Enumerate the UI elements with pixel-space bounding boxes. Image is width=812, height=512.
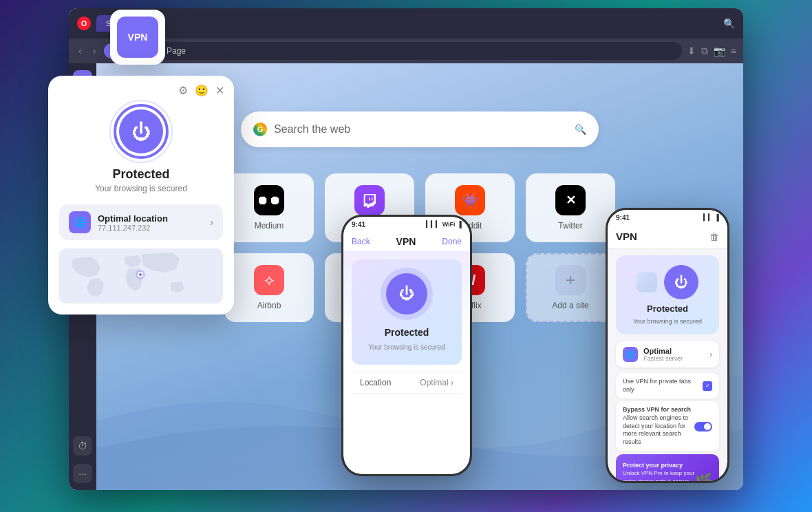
search-placeholder: Search the web: [274, 123, 568, 136]
phone2-server-sub: Fastest server: [643, 355, 683, 362]
search-container: G Search the web 🔍: [241, 111, 599, 147]
phone1-location-label: Location: [360, 378, 391, 387]
twitter-label: Twitter: [558, 221, 582, 231]
more-icon: ···: [78, 468, 87, 479]
twitter-icon: ✕: [555, 185, 586, 215]
phone2-globe-icon: 🌐: [623, 347, 638, 362]
phone2-option2[interactable]: Bypass VPN for search Allow search engin…: [616, 401, 719, 451]
vpn-status-title: Protected: [112, 167, 169, 182]
phone1-status-icons: ▎▎▎ WiFi ▐: [426, 221, 462, 228]
phone2-checkbox[interactable]: ✓: [703, 381, 712, 391]
airbnb-label: Airbnb: [257, 301, 281, 310]
phone2-signal: ▎▎: [703, 214, 713, 221]
phone2-content: ⏻ Protected Your browsing is secured 🌐 O…: [608, 248, 727, 481]
phone2-server-name: Optimal: [643, 347, 683, 355]
vpn-globe-icon: 🌐: [69, 211, 91, 233]
phone2-option2-sub: Allow search engines to detect your loca…: [623, 414, 694, 447]
vpn-map: [59, 248, 223, 303]
phone2-option1-text: Use VPN for private tabs only: [623, 378, 703, 394]
airbnb-icon: ⟡: [254, 265, 284, 295]
medium-label: Medium: [255, 221, 284, 231]
vpn-power-ring: ⏻: [114, 104, 169, 159]
speed-dial-add[interactable]: + Add a site: [526, 253, 615, 322]
phone2-server-chevron: ›: [709, 350, 712, 359]
phone2-power-section: ⏻ Protected Your browsing is secured: [616, 255, 719, 334]
leaf-icon: 🌿: [695, 472, 712, 481]
address-bar[interactable]: 🔒 Start Page: [125, 42, 681, 60]
forward-button[interactable]: ›: [90, 45, 99, 56]
phone-mockup-1: 9:41 ▎▎▎ WiFi ▐ Back VPN Done ⏻ Protecte…: [341, 215, 472, 476]
phone2-server-row[interactable]: 🌐 Optimal Fastest server ›: [616, 341, 719, 367]
toolbar-right: 🔍: [723, 18, 735, 29]
vpn-location-dot: [138, 272, 143, 277]
camera-icon[interactable]: 📷: [714, 45, 725, 56]
phone1-battery: ▐: [458, 221, 462, 228]
vpn-location-selector[interactable]: 🌐 Optimal location 77.111.247.232 ›: [59, 204, 223, 240]
speed-dial-medium[interactable]: ⏺⏺ Medium: [224, 173, 314, 242]
history-icon: ⏱: [78, 440, 87, 451]
phone2-server-info: Optimal Fastest server: [643, 347, 683, 362]
vpn-emoji-icon[interactable]: 🙂: [195, 84, 209, 97]
vpn-status-subtitle: Your browsing is secured: [95, 184, 187, 193]
extensions-icon[interactable]: ⧉: [701, 45, 708, 57]
twitch-icon: [354, 185, 385, 215]
vpn-power-icon[interactable]: ⏻: [119, 109, 163, 153]
phone2-option1[interactable]: Use VPN for private tabs only ✓: [616, 373, 719, 398]
phone2-promo-banner[interactable]: Protect your privacy Unlock VPN Pro to k…: [616, 454, 719, 481]
browser-toolbar: O Start Page + 🔍: [69, 8, 743, 39]
sidebar-item-history[interactable]: ⏱: [73, 436, 92, 456]
vpn-power-section: ⏻ Protected Your browsing is secured: [48, 97, 234, 204]
add-site-icon: +: [555, 265, 586, 295]
phone2-promo-title: Protect your privacy: [623, 461, 695, 470]
opera-logo[interactable]: O: [77, 17, 91, 30]
phone1-subtitle: Your browsing is secured: [368, 343, 445, 351]
phone1-back-button[interactable]: Back: [352, 237, 370, 246]
browser-nav: ‹ › ✦ 🔒 Start Page ⬇ ⧉ 📷 ≡: [69, 39, 743, 63]
phone2-battery: ▐: [715, 214, 719, 221]
phone1-header: Back VPN Done: [343, 232, 470, 251]
vpn-location-info: Optimal location 77.111.247.232: [98, 213, 203, 232]
phone2-option2-title: Bypass VPN for search: [623, 406, 694, 414]
google-icon: G: [253, 122, 267, 136]
vpn-button-label: VPN: [117, 17, 158, 58]
speed-dial-twitter[interactable]: ✕ Twitter: [526, 173, 615, 242]
phone-mockup-2: 9:41 ▎▎ ▐ VPN 🗑 ⏻ P: [606, 208, 729, 483]
vpn-toolbar-button[interactable]: VPN: [110, 10, 165, 65]
download-icon[interactable]: ⬇: [687, 45, 696, 56]
phone1-wifi: WiFi: [442, 221, 456, 228]
vpn-close-button[interactable]: ✕: [215, 84, 224, 97]
add-site-label: Add a site: [552, 301, 588, 310]
phone1-body: ⏻ Protected Your browsing is secured Loc…: [343, 251, 470, 402]
phone2-power-ring[interactable]: ⏻: [664, 265, 698, 299]
phone2-status-icons: ▎▎ ▐: [703, 214, 719, 221]
vpn-location-arrow: ›: [210, 217, 213, 228]
phone2-time: 9:41: [616, 214, 630, 222]
toolbar-left: O: [77, 17, 91, 30]
vpn-location-ip: 77.111.247.232: [98, 224, 203, 232]
phone1-screen: 9:41 ▎▎▎ WiFi ▐ Back VPN Done ⏻ Protecte…: [343, 217, 470, 474]
phone2-status: Protected: [647, 303, 688, 314]
phone1-location[interactable]: Location Optimal ›: [352, 372, 462, 394]
toolbar-actions: ⬇ ⧉ 📷 ≡: [687, 45, 736, 57]
phone2-server-left: 🌐 Optimal Fastest server: [623, 347, 683, 362]
search-bar[interactable]: G Search the web 🔍: [241, 111, 599, 147]
sidebar-item-more[interactable]: ···: [73, 464, 92, 483]
tab-bar: Start Page +: [96, 15, 718, 32]
back-button[interactable]: ‹: [76, 45, 85, 56]
speed-dial-airbnb[interactable]: ⟡ Airbnb: [224, 253, 314, 322]
sidebar-bottom: ⏱ ···: [73, 436, 92, 483]
menu-icon[interactable]: ≡: [731, 45, 736, 56]
search-mic-icon[interactable]: 🔍: [575, 124, 586, 135]
vpn-location-name: Optimal location: [98, 213, 203, 224]
vpn-popup: ⚙ 🙂 ✕ ⏻ Protected Your browsing is secur…: [48, 76, 234, 314]
phone2-subtitle: Your browsing is secured: [633, 318, 702, 325]
phone1-status-bar: 9:41 ▎▎▎ WiFi ▐: [343, 217, 470, 232]
phone1-signal: ▎▎▎: [426, 221, 440, 228]
phone2-toggle[interactable]: [694, 422, 712, 431]
phone1-done-button[interactable]: Done: [442, 237, 462, 246]
search-icon[interactable]: 🔍: [723, 18, 735, 29]
phone1-power-ring[interactable]: ⏻: [386, 273, 427, 314]
vpn-settings-icon[interactable]: ⚙: [178, 84, 188, 97]
phone1-location-value: Optimal ›: [420, 378, 453, 387]
phone2-delete-icon[interactable]: 🗑: [709, 231, 719, 242]
